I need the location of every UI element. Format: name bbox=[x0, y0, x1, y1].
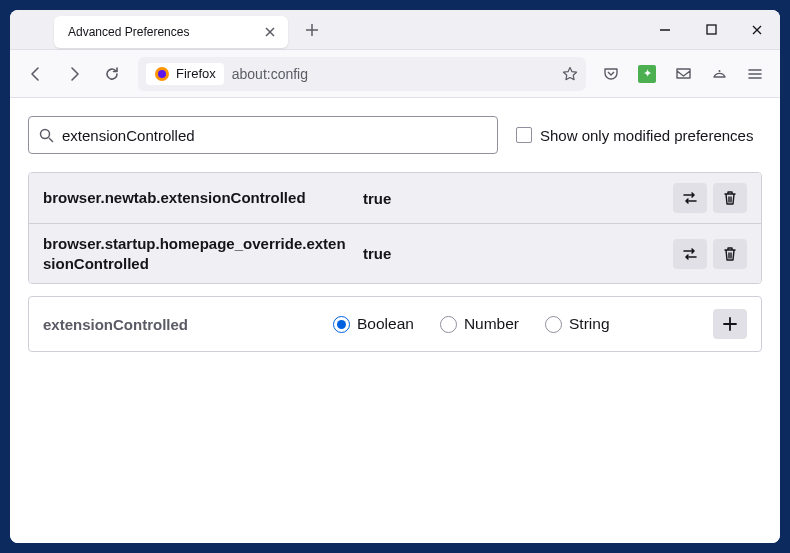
search-input[interactable] bbox=[62, 127, 487, 144]
preference-list: browser.newtab.extensionControlled true … bbox=[28, 172, 762, 284]
about-config-content: Show only modified preferences browser.n… bbox=[10, 98, 780, 543]
reload-button[interactable] bbox=[96, 58, 128, 90]
url-text: about:config bbox=[232, 66, 554, 82]
radio-number[interactable]: Number bbox=[440, 315, 519, 333]
back-button[interactable] bbox=[20, 58, 52, 90]
toggle-button[interactable] bbox=[673, 183, 707, 213]
toggle-button[interactable] bbox=[673, 239, 707, 269]
toggle-icon bbox=[681, 191, 699, 205]
row-actions bbox=[673, 183, 747, 213]
delete-button[interactable] bbox=[713, 239, 747, 269]
radio-label: String bbox=[569, 315, 610, 333]
type-radio-group: Boolean Number String bbox=[333, 315, 703, 333]
new-tab-button[interactable] bbox=[298, 16, 326, 44]
checkbox-label-text: Show only modified preferences bbox=[540, 127, 753, 144]
account-icon[interactable] bbox=[704, 59, 734, 89]
maximize-button[interactable] bbox=[688, 10, 734, 50]
radio-icon bbox=[333, 316, 350, 333]
new-preference-name: extensionControlled bbox=[43, 316, 323, 333]
svg-rect-0 bbox=[707, 25, 716, 34]
identity-label: Firefox bbox=[176, 66, 216, 81]
preference-row[interactable]: browser.startup.homepage_override.extens… bbox=[29, 224, 761, 283]
forward-button[interactable] bbox=[58, 58, 90, 90]
preference-row[interactable]: browser.newtab.extensionControlled true bbox=[29, 173, 761, 224]
svg-point-3 bbox=[718, 70, 720, 72]
close-window-button[interactable] bbox=[734, 10, 780, 50]
show-modified-checkbox[interactable]: Show only modified preferences bbox=[516, 127, 753, 144]
minimize-button[interactable] bbox=[642, 10, 688, 50]
nav-toolbar: Firefox about:config ✦ bbox=[10, 50, 780, 98]
row-actions bbox=[673, 239, 747, 269]
toggle-icon bbox=[681, 247, 699, 261]
search-box[interactable] bbox=[28, 116, 498, 154]
inbox-icon[interactable] bbox=[668, 59, 698, 89]
radio-icon bbox=[440, 316, 457, 333]
new-preference-row: extensionControlled Boolean Number Strin… bbox=[28, 296, 762, 352]
pocket-icon[interactable] bbox=[596, 59, 626, 89]
radio-icon bbox=[545, 316, 562, 333]
search-icon bbox=[39, 128, 54, 143]
tab-title: Advanced Preferences bbox=[68, 25, 254, 39]
trash-icon bbox=[723, 246, 737, 262]
add-button[interactable] bbox=[713, 309, 747, 339]
identity-box[interactable]: Firefox bbox=[146, 63, 224, 85]
menu-button[interactable] bbox=[740, 59, 770, 89]
radio-string[interactable]: String bbox=[545, 315, 610, 333]
search-row: Show only modified preferences bbox=[28, 116, 762, 154]
svg-point-2 bbox=[158, 70, 166, 78]
bookmark-star-icon[interactable] bbox=[562, 66, 578, 82]
preference-value: true bbox=[363, 190, 663, 207]
browser-tab[interactable]: Advanced Preferences bbox=[54, 16, 288, 48]
window-controls bbox=[642, 10, 780, 50]
radio-label: Boolean bbox=[357, 315, 414, 333]
trash-icon bbox=[723, 190, 737, 206]
radio-boolean[interactable]: Boolean bbox=[333, 315, 414, 333]
preference-value: true bbox=[363, 245, 663, 262]
browser-window: Advanced Preferences Firefox about:confi… bbox=[10, 10, 780, 543]
extension-icon[interactable]: ✦ bbox=[632, 59, 662, 89]
firefox-logo-icon bbox=[154, 66, 170, 82]
checkbox-icon bbox=[516, 127, 532, 143]
delete-button[interactable] bbox=[713, 183, 747, 213]
preference-name: browser.startup.homepage_override.extens… bbox=[43, 234, 353, 273]
close-icon[interactable] bbox=[262, 24, 278, 40]
plus-icon bbox=[723, 317, 737, 331]
svg-point-4 bbox=[41, 129, 50, 138]
radio-label: Number bbox=[464, 315, 519, 333]
preference-name: browser.newtab.extensionControlled bbox=[43, 188, 353, 208]
titlebar: Advanced Preferences bbox=[10, 10, 780, 50]
url-bar[interactable]: Firefox about:config bbox=[138, 57, 586, 91]
